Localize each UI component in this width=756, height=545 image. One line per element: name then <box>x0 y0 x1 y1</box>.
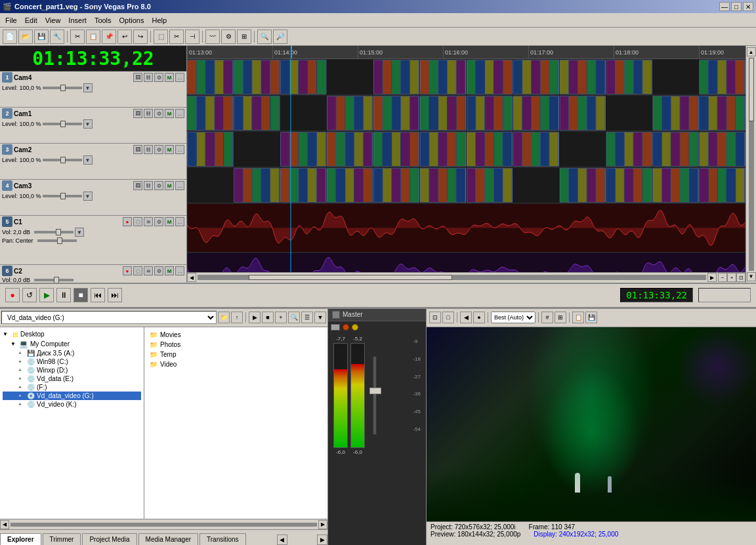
cam2-comp[interactable]: 🖼 <box>133 145 142 154</box>
master-ctrl1[interactable] <box>331 324 340 331</box>
cam2-more[interactable]: … <box>175 145 184 154</box>
tab-scroll-right[interactable]: ▶ <box>317 535 327 545</box>
menu-view[interactable]: View <box>41 15 65 26</box>
menu-insert[interactable]: Insert <box>64 15 91 26</box>
tab-trimmer[interactable]: Trimmer <box>43 533 81 545</box>
master-fader-track[interactable] <box>373 356 377 435</box>
fb-hscroll[interactable]: ◀ ▶ <box>0 519 327 529</box>
window-controls[interactable]: — □ ✕ <box>719 2 753 11</box>
tb-select[interactable]: ⬚ <box>154 30 168 44</box>
vscroll-track[interactable] <box>749 58 754 271</box>
fb-stop[interactable]: ■ <box>262 312 274 323</box>
c2-solo[interactable]: ≋ <box>144 266 153 275</box>
tab-project-media[interactable]: Project Media <box>82 533 136 545</box>
tab-explorer[interactable]: Explorer <box>0 533 41 545</box>
tree-drive-e[interactable]: + 💿 Vd_data (E:) <box>3 374 141 383</box>
drive-c-expand[interactable]: + <box>18 359 25 365</box>
fb-up[interactable]: ↑ <box>231 312 243 323</box>
record-btn[interactable]: ● <box>5 288 20 302</box>
tab-media-manager[interactable]: Media Manager <box>138 533 198 545</box>
vscroll-down[interactable]: ▼ <box>747 272 756 281</box>
cam1-expand-down[interactable]: ▼ <box>83 119 93 129</box>
pv-btn1[interactable]: ⊡ <box>429 312 441 323</box>
c2-mute2[interactable]: M <box>165 266 174 275</box>
pv-copy[interactable]: 📋 <box>572 312 584 323</box>
cam4-expand-down[interactable]: ▼ <box>83 83 93 92</box>
cam4-comp[interactable]: 🖼 <box>133 73 142 82</box>
c1-solo[interactable]: ≋ <box>144 217 153 226</box>
pause-btn[interactable]: ⏸ <box>56 288 71 302</box>
cam2-mute[interactable]: M <box>165 145 174 154</box>
fb-scroll-left[interactable]: ◀ <box>0 520 9 529</box>
tb-paste[interactable]: 📌 <box>102 30 116 44</box>
tab-scroll-left[interactable]: ◀ <box>277 535 287 545</box>
menu-options[interactable]: Options <box>116 15 148 26</box>
c1-rec[interactable]: ● <box>123 217 132 226</box>
fb-scroll-track[interactable] <box>10 523 317 527</box>
cam3-more[interactable]: … <box>175 181 184 190</box>
pv-save[interactable]: 💾 <box>585 312 597 323</box>
scroll-left-btn[interactable]: ◀ <box>187 273 196 282</box>
c2-vol-slider[interactable] <box>34 279 74 281</box>
tb-snap[interactable]: ⊞ <box>237 30 251 44</box>
cam1-level-slider[interactable] <box>43 123 82 125</box>
c1-vol-down[interactable]: ▼ <box>75 228 84 237</box>
next-btn[interactable]: ⏭ <box>108 288 122 302</box>
file-video[interactable]: 📁 Video <box>147 359 325 369</box>
vscroll-thumb[interactable] <box>749 58 754 121</box>
menu-file[interactable]: File <box>1 15 21 26</box>
tree-drive-f[interactable]: + 💿 (F:) <box>3 383 141 392</box>
c2-rec[interactable]: ● <box>123 266 132 275</box>
drive-e-expand[interactable]: + <box>18 376 25 382</box>
tb-redo[interactable]: ↪ <box>133 30 148 44</box>
tree-drive-d[interactable]: + 💿 Winxp (D:) <box>3 366 141 374</box>
cam2-level-slider[interactable] <box>43 159 82 161</box>
tb-copy[interactable]: 📋 <box>86 30 100 44</box>
tb-undo[interactable]: ↩ <box>117 30 132 44</box>
timeline-hscroll[interactable]: ◀ ▶ − + ⊡ <box>187 272 746 283</box>
drive-k-expand[interactable]: + <box>18 401 25 407</box>
cam2-settings[interactable]: ⚙ <box>154 145 163 154</box>
tree-desktop[interactable]: ▼ 🖥 Desktop <box>3 330 141 339</box>
scroll-right-btn[interactable]: ▶ <box>707 273 717 282</box>
cam3-level-slider[interactable] <box>43 195 82 197</box>
c1-settings[interactable]: ⚙ <box>154 217 163 226</box>
play-btn[interactable]: ▶ <box>39 288 54 302</box>
cam2-expand-down[interactable]: ▼ <box>83 155 93 165</box>
c2-settings[interactable]: ⚙ <box>154 266 163 275</box>
c1-mute[interactable]: ◌ <box>133 217 142 226</box>
c2-mute[interactable]: ◌ <box>133 266 142 275</box>
pv-btn5[interactable]: # <box>541 312 553 323</box>
zoom-fit-btn[interactable]: ⊡ <box>736 273 746 282</box>
cam4-more[interactable]: … <box>175 73 184 82</box>
tb-zoom-out[interactable]: 🔎 <box>273 30 287 44</box>
c1-pan-slider[interactable] <box>37 239 77 242</box>
cam3-settings[interactable]: ⚙ <box>154 181 163 190</box>
tb-zoom-in[interactable]: 🔍 <box>257 30 272 44</box>
cam1-settings[interactable]: ⚙ <box>154 109 163 118</box>
zoom-out-btn[interactable]: − <box>718 273 727 282</box>
cam3-chain[interactable]: ⛓ <box>144 181 153 190</box>
c1-mute2[interactable]: M <box>165 217 174 226</box>
mycomputer-expand[interactable]: ▼ <box>10 341 17 347</box>
fb-scroll-right[interactable]: ▶ <box>318 520 327 529</box>
timecode-input[interactable] <box>698 288 751 302</box>
desktop-expand[interactable]: ▼ <box>3 331 9 337</box>
fb-view[interactable]: ☰ <box>301 312 313 323</box>
tree-mycomputer[interactable]: ▼ 💻 My Computer <box>3 339 141 349</box>
pv-quality[interactable]: Best (Auto) <box>491 312 536 323</box>
menu-edit[interactable]: Edit <box>21 15 41 26</box>
tb-split[interactable]: ✂ <box>169 30 184 44</box>
fb-browse[interactable]: 📁 <box>218 312 230 323</box>
tb-fade[interactable]: 〰 <box>205 30 220 44</box>
fb-options[interactable]: ▼ <box>314 312 326 323</box>
cam4-mute[interactable]: M <box>165 73 174 82</box>
c2-more[interactable]: … <box>175 266 184 275</box>
cam4-level-slider[interactable] <box>43 87 82 89</box>
fb-path-dropdown[interactable]: Vd_data_video (G:) <box>1 311 217 324</box>
drive-a-expand[interactable]: + <box>18 350 25 356</box>
tb-open[interactable]: 📂 <box>18 30 33 44</box>
cam4-chain[interactable]: ⛓ <box>144 73 153 82</box>
tab-transitions[interactable]: Transitions <box>200 533 246 545</box>
maximize-btn[interactable]: □ <box>731 2 742 11</box>
